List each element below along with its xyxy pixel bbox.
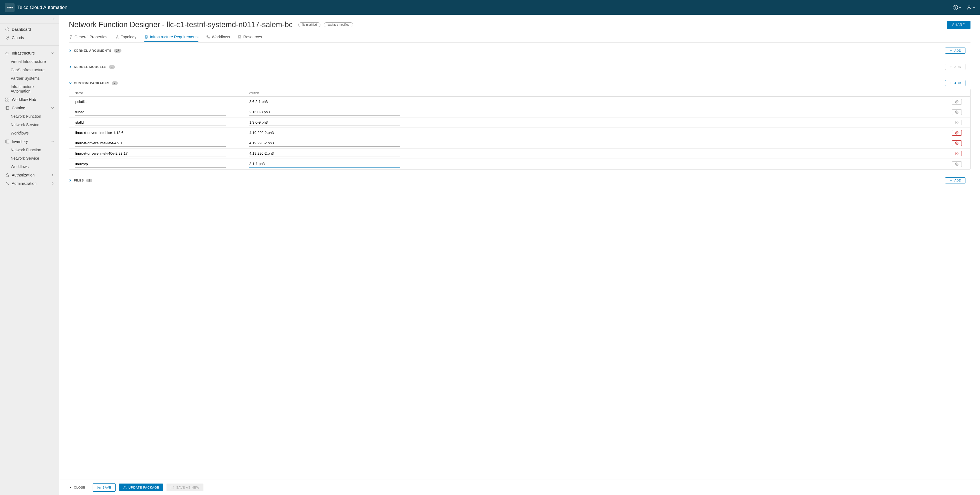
sidebar-item-dashboard[interactable]: Dashboard [0,25,59,33]
user-admin-icon [5,181,10,186]
tab-general-properties[interactable]: General Properties [69,32,107,42]
chevron-right-icon [51,173,54,177]
status-badge-package-modified: package modified [324,22,353,27]
section-kernel-modules[interactable]: KERNEL MODULES 1 [69,65,115,69]
tab-label: Resources [243,35,262,39]
table-row [69,128,970,138]
close-button[interactable]: CLOSE [65,484,89,491]
delete-row-button[interactable] [952,130,962,136]
package-version-input[interactable] [249,150,400,157]
sidebar-item-authorization[interactable]: Authorization [0,171,59,179]
chevron-down-icon [51,51,54,56]
help-icon[interactable] [953,5,961,10]
sidebar-item-inventory-network-function[interactable]: Network Function [0,146,59,154]
table-row [69,149,970,159]
sidebar-label: Infrastructure [12,51,35,56]
share-button[interactable]: SHARE [947,21,970,29]
package-name-input[interactable] [75,130,226,136]
package-version-input[interactable] [249,119,400,126]
add-kernel-arguments-button[interactable]: ADD [945,48,966,54]
delete-row-button[interactable] [952,140,962,146]
chevron-right-icon [69,178,72,182]
tab-label: Infrastructure Requirements [150,35,199,39]
sidebar-item-partner-systems[interactable]: Partner Systems [0,74,59,82]
update-package-button[interactable]: UPDATE PACKAGE [119,484,163,491]
sidebar-item-infrastructure-automation[interactable]: Infrastructure Automation [0,82,59,95]
sidebar-item-caas-infrastructure[interactable]: CaaS Infrastructure [0,66,59,74]
sidebar-label: Authorization [12,173,35,177]
package-name-input[interactable] [75,119,226,126]
sidebar-item-infrastructure[interactable]: Infrastructure [0,49,59,57]
count-badge: 2 [86,179,92,182]
count-badge: 27 [114,49,121,52]
chevron-right-icon [69,48,72,53]
delete-row-button[interactable] [952,161,962,167]
package-name-input[interactable] [75,150,226,157]
sidebar-item-virtual-infrastructure[interactable]: Virtual Infrastructure [0,57,59,66]
delete-row-button[interactable] [952,151,962,156]
sidebar-item-inventory-workflows[interactable]: Workflows [0,162,59,171]
sidebar-item-inventory-network-service[interactable]: Network Service [0,154,59,162]
add-custom-packages-button[interactable]: ADD [945,80,966,86]
tab-resources[interactable]: Resources [238,32,262,42]
package-version-input[interactable] [249,130,400,136]
tab-icon [206,35,210,39]
sidebar-label: Workflow Hub [12,97,36,102]
column-header-name: Name [75,91,249,95]
sidebar: Dashboard Clouds Infrastructure Virtual … [0,15,59,495]
package-name-input[interactable] [75,140,226,146]
add-files-button[interactable]: ADD [945,177,966,184]
svg-point-14 [116,38,116,38]
user-icon[interactable] [966,5,975,10]
svg-point-4 [7,36,8,38]
inventory-icon [5,139,10,144]
package-name-input[interactable] [75,98,226,105]
table-row [69,138,970,149]
svg-rect-5 [6,98,7,99]
delete-row-button[interactable] [952,99,962,105]
sidebar-label: Clouds [12,35,24,40]
package-name-input[interactable] [75,109,226,116]
count-badge: 7 [111,81,118,85]
sidebar-item-catalog-network-service[interactable]: Network Service [0,121,59,129]
section-files[interactable]: FILES 2 [69,178,92,182]
svg-rect-9 [6,106,9,109]
count-badge: 1 [109,65,115,69]
section-title: KERNEL MODULES [74,65,107,68]
chevron-right-icon [51,181,54,186]
tab-icon [69,35,73,39]
section-custom-packages[interactable]: CUSTOM PACKAGES 7 [69,81,118,85]
sidebar-item-catalog[interactable]: Catalog [0,104,59,112]
save-as-new-button: SAVE AS NEW [167,484,203,491]
package-version-input[interactable] [249,140,400,146]
sidebar-label: Inventory [12,139,28,144]
sidebar-item-clouds[interactable]: Clouds [0,33,59,42]
tab-workflows[interactable]: Workflows [206,32,230,42]
tab-infrastructure-requirements[interactable]: Infrastructure Requirements [145,32,199,42]
sidebar-item-inventory[interactable]: Inventory [0,137,59,146]
sidebar-item-catalog-network-function[interactable]: Network Function [0,112,59,121]
cloud-icon [5,51,10,56]
sidebar-item-workflow-hub[interactable]: Workflow Hub [0,95,59,104]
table-header: Name Version [69,89,970,97]
package-version-input[interactable] [249,160,400,168]
section-title: FILES [74,179,84,182]
table-row [69,159,970,169]
sidebar-collapse-button[interactable] [0,15,59,24]
save-button[interactable]: SAVE [92,483,116,492]
sidebar-item-catalog-workflows[interactable]: Workflows [0,129,59,137]
delete-row-button[interactable] [952,109,962,115]
tab-topology[interactable]: Topology [115,32,137,42]
tab-label: Topology [121,35,137,39]
section-kernel-arguments[interactable]: KERNEL ARGUMENTS 27 [69,48,121,53]
svg-rect-16 [145,35,147,39]
package-version-input[interactable] [249,109,400,116]
table-row [69,117,970,128]
svg-rect-11 [6,175,8,177]
svg-point-12 [6,182,8,184]
package-name-input[interactable] [75,161,226,168]
delete-row-button[interactable] [952,120,962,125]
sidebar-item-administration[interactable]: Administration [0,179,59,188]
svg-rect-7 [6,100,7,101]
package-version-input[interactable] [249,98,400,105]
